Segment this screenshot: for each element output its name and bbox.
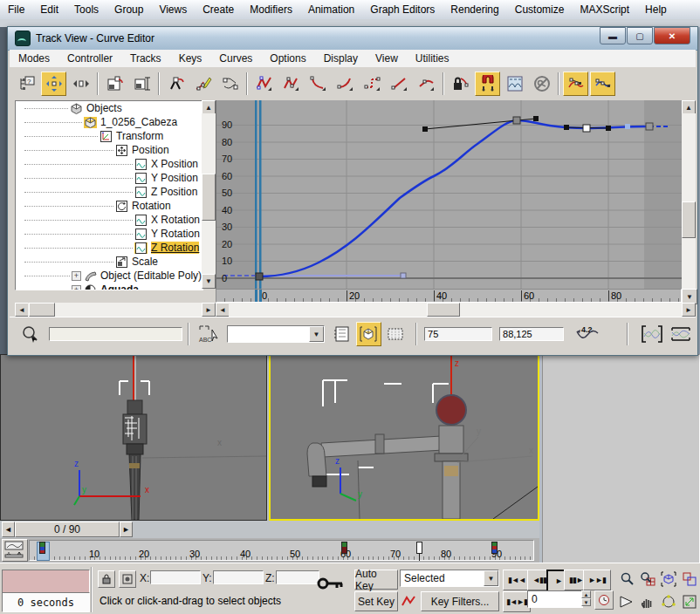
time-cursor-line-1[interactable] (255, 100, 257, 289)
time-slider-value[interactable]: 0 / 90 (15, 522, 120, 537)
lock-tangents-button[interactable] (448, 72, 473, 96)
scale-keys-button[interactable] (102, 72, 127, 96)
cmenu-keys[interactable]: Keys (170, 52, 211, 65)
set-tangents-auto-button[interactable] (251, 72, 277, 96)
prev-frame-arrow[interactable]: ◄ (2, 522, 15, 537)
tree-vscroll-thumb[interactable] (202, 174, 216, 221)
tree-item-y-rotation[interactable]: Y Rotation (16, 227, 202, 241)
track-bar-ruler[interactable]: 10 20 30 40 50 60 70 80 90 (29, 540, 534, 561)
show-keyable-icons-button[interactable] (529, 72, 554, 96)
set-tangents-custom-button[interactable] (278, 72, 304, 96)
cmenu-curves[interactable]: Curves (210, 52, 261, 65)
minimize-button[interactable]: ▬ (600, 27, 626, 44)
zoom-all-button[interactable] (637, 570, 657, 588)
field-of-view-button[interactable] (616, 592, 636, 611)
tree-item-objects[interactable]: Objects (16, 101, 202, 115)
tree-vscrollbar[interactable]: ▲ ▼ (202, 100, 216, 289)
graph-vscrollbar[interactable]: ▲ (682, 100, 696, 289)
tree-item-editable-poly[interactable]: + Object (Editable Poly) (16, 269, 202, 283)
zoom-extents-button[interactable] (658, 570, 678, 588)
min-max-toggle-button[interactable] (679, 592, 699, 611)
tree-item-rotation[interactable]: Rotation (16, 199, 202, 213)
arc-rotate-button[interactable] (658, 592, 678, 611)
menu-maxscript[interactable]: MAXScript (572, 3, 637, 16)
menu-customize[interactable]: Customize (507, 3, 573, 16)
zoom-extents-all-button[interactable] (679, 570, 699, 588)
next-frame-arrow[interactable]: ► (120, 522, 133, 537)
track-bar[interactable]: 10 20 30 40 50 60 70 80 90 (0, 538, 539, 563)
maximize-button[interactable]: ▢ (627, 27, 653, 44)
chevron-down-icon[interactable]: ▼ (484, 570, 498, 586)
param-out-of-range-button[interactable] (502, 72, 527, 96)
tree-item-cabeza[interactable]: 1_0256_Cabeza (16, 115, 202, 129)
current-frame-field[interactable]: 0 (527, 590, 583, 608)
tree-item-x-position[interactable]: X Position (16, 157, 202, 171)
go-to-end-button[interactable]: ►►▮ (583, 570, 611, 590)
key-value-field[interactable] (499, 327, 564, 341)
coord-y-field[interactable] (213, 570, 264, 584)
menu-file[interactable]: File (0, 3, 32, 16)
tree-hscrollbar[interactable]: ◄ ► (15, 303, 216, 317)
menu-edit[interactable]: Edit (32, 3, 66, 16)
tree-hscroll-thumb[interactable] (29, 303, 55, 317)
edit-track-set-button[interactable] (330, 322, 354, 346)
tree-item-transform[interactable]: Transform (16, 129, 202, 143)
frame-spinner[interactable]: ▲ ▼ (581, 590, 591, 606)
filter-selected-objects-button[interactable] (356, 322, 381, 346)
key-frame-60[interactable] (341, 542, 347, 554)
menu-create[interactable]: Create (195, 3, 242, 16)
cmenu-controller[interactable]: Controller (58, 52, 121, 65)
curve-key-frame0[interactable] (256, 273, 263, 280)
zoom-selected-object-button[interactable] (18, 322, 43, 346)
key-frame-90[interactable] (491, 542, 498, 554)
menu-rendering[interactable]: Rendering (443, 3, 506, 16)
expander-plus-icon[interactable]: + (72, 271, 81, 281)
cmenu-display[interactable]: Display (315, 52, 367, 65)
graph-hscrollbar[interactable]: ◄ ► (216, 303, 696, 317)
key-time-field[interactable] (424, 327, 492, 341)
spinner-up-icon[interactable]: ▲ (581, 590, 591, 598)
tangent-handle[interactable] (564, 125, 569, 130)
coord-z-field[interactable] (276, 570, 319, 584)
maxscript-mini-listener[interactable] (2, 570, 90, 594)
scroll-left-icon[interactable]: ◄ (15, 303, 29, 317)
time-slider-handle[interactable]: ◄ 0 / 90 ► (2, 522, 133, 537)
graph-hscroll-thumb[interactable] (427, 303, 460, 317)
tree-item-x-rotation[interactable]: X Rotation (16, 213, 202, 227)
select-by-name-button[interactable]: ABC (196, 322, 223, 346)
set-tangents-slow-button[interactable] (333, 72, 358, 96)
cmenu-modes[interactable]: Modes (10, 52, 58, 65)
cmenu-tracks[interactable]: Tracks (121, 52, 170, 65)
tree-item-aguada[interactable]: + Aguada (16, 283, 202, 290)
key-frame-75-selected[interactable] (416, 542, 422, 554)
show-all-tangents-button[interactable] (590, 72, 615, 96)
tangent-handle[interactable] (606, 126, 611, 131)
cmenu-options[interactable]: Options (261, 52, 314, 65)
open-mini-curve-editor-button[interactable] (2, 539, 28, 562)
viewport-perspective-active[interactable]: z y x z y (269, 354, 539, 521)
key-filters-button[interactable]: Key Filters... (421, 591, 499, 611)
set-tangents-smooth-button[interactable] (414, 72, 439, 96)
track-view-titlebar[interactable]: Track View - Curve Editor ▬ ▢ ✕ (8, 27, 697, 51)
menu-tools[interactable]: Tools (66, 3, 106, 16)
curve-key-frame75-selected[interactable] (583, 125, 590, 132)
scale-values-button[interactable] (129, 72, 154, 96)
curve-editor-time-ruler[interactable]: 0 20 40 60 80 (216, 289, 682, 303)
close-button[interactable]: ✕ (654, 27, 690, 44)
curve-graph[interactable]: 90 80 70 60 50 40 30 20 10 0 (216, 100, 683, 289)
filter-keys-button[interactable]: ? (14, 72, 39, 96)
spinner-down-icon[interactable]: ▼ (581, 598, 591, 606)
scroll-right-icon[interactable]: ► (202, 303, 216, 317)
z-rotation-curve[interactable] (259, 120, 649, 276)
move-keys-button[interactable] (41, 72, 66, 96)
draw-curves-button[interactable] (190, 72, 216, 96)
tangent-handle[interactable] (533, 116, 539, 121)
set-tangents-linear-button[interactable] (387, 72, 412, 96)
reduce-keys-button[interactable] (217, 72, 243, 96)
set-key-button[interactable]: Set Key (354, 591, 398, 611)
listener-output[interactable]: 0 seconds (2, 592, 90, 612)
selection-set-dropdown[interactable]: Selected ▼ (400, 570, 499, 587)
slide-keys-button[interactable] (68, 72, 93, 96)
expander-plus-icon[interactable]: + (72, 285, 81, 291)
time-configuration-button[interactable] (594, 590, 614, 610)
